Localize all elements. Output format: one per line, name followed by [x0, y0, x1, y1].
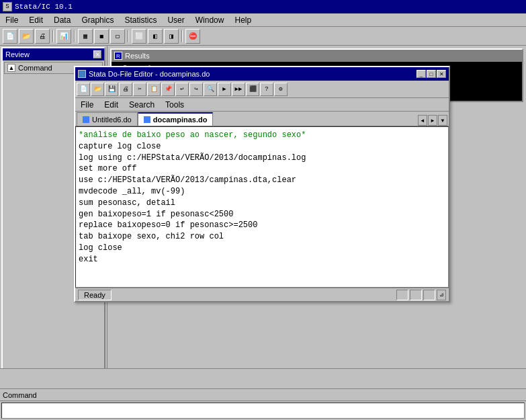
review-command-label: Command: [18, 64, 52, 72]
code-line: use c:/HEPStata/VERÃO/2013/campinas.dta,…: [79, 175, 445, 186]
dofile-run-all-btn[interactable]: ▶▶: [232, 83, 245, 96]
dofile-menu-search[interactable]: Search: [124, 99, 160, 110]
menu-window[interactable]: Window: [190, 14, 230, 26]
dofile-resize-grip: ⊿: [437, 290, 446, 300]
dofile-redo-btn[interactable]: ↪: [189, 83, 203, 96]
results-title-text: Results: [125, 52, 150, 60]
menu-user[interactable]: User: [162, 14, 189, 26]
review-close-btn[interactable]: ✕: [93, 50, 101, 58]
bottom-gray-strip: [0, 368, 526, 388]
dofile-toolbar: 📄 📂 💾 🖨 ✂ 📋 📌 ↩ ↪ 🔍 ▶ ▶▶ ⬛ ? ⚙: [75, 81, 449, 98]
review-title-bar: Review ✕: [3, 48, 104, 60]
menu-file[interactable]: File: [0, 14, 24, 26]
command-title-bar: Command: [0, 389, 526, 401]
dofile-debug-btn[interactable]: ⬛: [246, 83, 259, 96]
toolbar-btn7[interactable]: ◧: [148, 29, 163, 44]
dofile-editor-content[interactable]: *análise de baixo peso ao nascer, segund…: [75, 126, 449, 288]
dofile-copy-btn[interactable]: 📋: [147, 83, 161, 96]
toolbar-sep3: [128, 30, 129, 42]
code-line: exit: [79, 254, 445, 265]
code-line: capture log close: [79, 141, 445, 153]
dofile-status-bar: Ready ⊿: [75, 288, 449, 301]
toolbar-btn5[interactable]: ◻: [110, 29, 125, 44]
dofile-menu-edit[interactable]: Edit: [99, 99, 124, 110]
code-line: replace baixopeso=0 if pesonasc>=2500: [79, 220, 445, 231]
tab-docampinas-label: docampinas.do: [153, 116, 208, 124]
code-line: mvdecode _all, mv(-99): [79, 186, 445, 198]
tab-nav-buttons: ◄ ► ▼: [418, 115, 447, 126]
command-label: Command: [3, 391, 37, 399]
toolbar-sep2: [74, 30, 75, 42]
toolbar-stop[interactable]: ⛔: [185, 29, 200, 44]
dofile-menu-tools[interactable]: Tools: [160, 99, 189, 110]
dofile-status-panel3: [423, 290, 435, 300]
results-title-bar: R Results: [112, 50, 522, 62]
code-line: log close: [79, 243, 445, 254]
menu-graphics[interactable]: Graphics: [76, 14, 119, 26]
menu-data[interactable]: Data: [48, 14, 76, 26]
command-input[interactable]: [1, 403, 525, 419]
toolbar-open[interactable]: 📂: [19, 29, 34, 44]
dofile-icon: [78, 70, 86, 78]
menu-bar: File Edit Data Graphics Statistics User …: [0, 13, 526, 27]
tab-nav-menu[interactable]: ▼: [438, 115, 447, 126]
app-icon: S: [3, 2, 12, 11]
code-line: tab baixope sexo, chi2 row col: [79, 231, 445, 243]
main-toolbar: 📄 📂 🖨 📊 ▦ ◼ ◻ ⬜ ◧ ◨ ⛔: [0, 27, 526, 46]
review-expand[interactable]: ▲: [7, 64, 15, 72]
dofile-close-btn[interactable]: ✕: [437, 70, 446, 78]
tab-untitled6[interactable]: Untitled6.do: [77, 112, 138, 126]
right-area: R Results closed on: 27 Dec 2012, 11:31:…: [107, 46, 526, 420]
dofile-menu: File Edit Search Tools: [75, 98, 449, 112]
dofile-status-panel1: [396, 290, 408, 300]
dofile-title-bar: Stata Do-File Editor - docampinas.do _ □…: [75, 67, 449, 81]
dofile-window-buttons: _ □ ✕: [417, 70, 446, 78]
dofile-editor-window: Stata Do-File Editor - docampinas.do _ □…: [74, 66, 450, 302]
dofile-find-btn[interactable]: 🔍: [204, 83, 217, 96]
dofile-cut-btn[interactable]: ✂: [133, 83, 146, 96]
tab-docampinas[interactable]: docampinas.do: [138, 112, 214, 126]
dofile-minimize-btn[interactable]: _: [417, 70, 426, 78]
dofile-save-btn[interactable]: 💾: [105, 83, 118, 96]
dofile-status-panel2: [410, 290, 422, 300]
code-line: log using c:/HEPStata/VERÃO/2013/docampi…: [79, 153, 445, 164]
toolbar-new[interactable]: 📄: [3, 29, 17, 44]
review-title-text: Review: [5, 50, 30, 58]
dofile-undo-btn[interactable]: ↩: [175, 83, 189, 96]
dofile-new-btn[interactable]: 📄: [77, 83, 90, 96]
toolbar-btn3[interactable]: ▦: [78, 29, 93, 44]
tab-untitled6-icon: [83, 116, 89, 123]
dofile-tb-btn1[interactable]: ⚙: [274, 83, 288, 96]
toolbar-sep1: [52, 30, 54, 42]
code-line: gen baixopeso=1 if pesonasc<2500: [79, 209, 445, 220]
app-title: Stata/IC 10.1: [15, 3, 73, 11]
code-line: set more off: [79, 163, 445, 175]
code-line: sum pesonasc, detail: [79, 198, 445, 209]
results-icon: R: [114, 52, 122, 60]
dofile-status-text: Ready: [78, 290, 112, 300]
menu-edit[interactable]: Edit: [24, 14, 48, 26]
menu-statistics[interactable]: Statistics: [119, 14, 162, 26]
dofile-paste-btn[interactable]: 📌: [161, 83, 175, 96]
dofile-print-btn[interactable]: 🖨: [119, 83, 132, 96]
dofile-maximize-btn[interactable]: □: [427, 70, 436, 78]
toolbar-btn8[interactable]: ◨: [164, 29, 179, 44]
toolbar-btn4[interactable]: ◼: [94, 29, 109, 44]
tab-nav-left[interactable]: ◄: [418, 115, 427, 126]
dofile-open-btn[interactable]: 📂: [91, 83, 104, 96]
dofile-title-left: Stata Do-File Editor - docampinas.do: [78, 70, 210, 78]
menu-help[interactable]: Help: [229, 14, 257, 26]
command-area: Command: [0, 388, 526, 419]
tab-nav-right[interactable]: ►: [428, 115, 437, 126]
dofile-help-btn[interactable]: ?: [260, 83, 273, 96]
tab-docampinas-icon: [144, 116, 150, 123]
dofile-menu-file[interactable]: File: [75, 99, 99, 110]
toolbar-btn6[interactable]: ⬜: [132, 29, 146, 44]
dofile-tabs: Untitled6.do docampinas.do ◄ ► ▼: [75, 112, 449, 126]
toolbar-graph[interactable]: 📊: [56, 29, 71, 44]
toolbar-print[interactable]: 🖨: [35, 29, 50, 44]
code-line: *análise de baixo peso ao nascer, segund…: [79, 130, 445, 141]
toolbar-sep4: [181, 30, 183, 42]
dofile-run-btn[interactable]: ▶: [218, 83, 231, 96]
title-bar: S Stata/IC 10.1: [0, 0, 526, 13]
